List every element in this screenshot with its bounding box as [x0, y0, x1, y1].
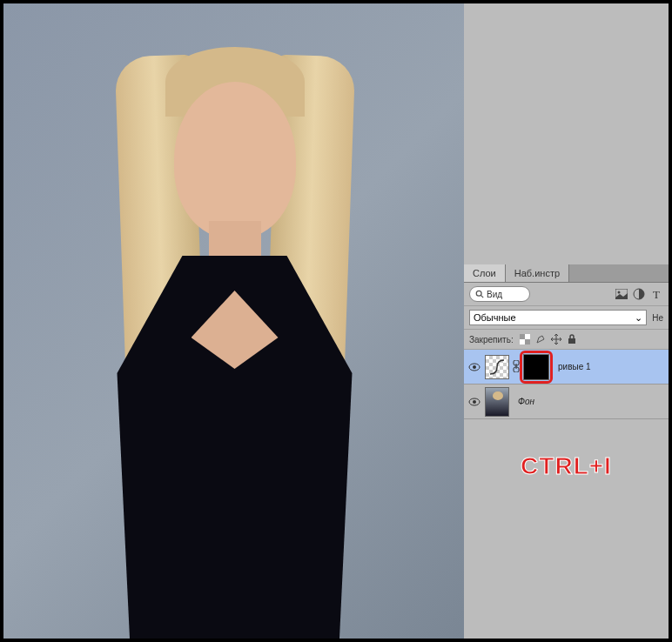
canvas-area[interactable] [3, 3, 466, 639]
layer-filter-row: Вид T [464, 283, 669, 306]
layer-name[interactable]: ривые 1 [558, 362, 591, 371]
filter-adjustment-icon[interactable] [632, 287, 646, 301]
svg-rect-6 [520, 334, 525, 339]
svg-rect-12 [568, 338, 575, 344]
layers-list: ривые 1 Фон [464, 350, 669, 419]
search-icon [475, 290, 484, 298]
visibility-toggle[interactable] [467, 360, 481, 374]
highlight-annotation [520, 351, 553, 384]
opacity-label: Не [652, 313, 663, 323]
lock-pixels-icon[interactable] [534, 333, 547, 345]
svg-point-0 [476, 291, 481, 296]
svg-point-14 [473, 365, 476, 369]
svg-point-19 [473, 400, 476, 404]
adjustment-thumbnail[interactable] [485, 355, 509, 379]
mask-thumbnail-wrapper [523, 354, 549, 380]
svg-rect-7 [525, 339, 530, 344]
panel-tabs: Слои Наб.инстр [464, 264, 669, 283]
svg-rect-8 [525, 334, 530, 339]
layer-filter-dropdown[interactable]: Вид [469, 286, 530, 302]
lock-icons [519, 333, 578, 345]
blend-mode-value: Обычные [474, 312, 516, 323]
link-icon[interactable] [513, 360, 520, 374]
lock-all-icon[interactable] [566, 333, 578, 345]
lock-position-icon[interactable] [550, 333, 562, 345]
filter-text-icon[interactable]: T [649, 287, 663, 301]
blend-mode-row: Обычные ⌄ Не [464, 306, 669, 330]
svg-rect-9 [520, 339, 525, 344]
filter-label: Вид [487, 290, 502, 299]
lock-transparency-icon[interactable] [519, 333, 531, 345]
visibility-toggle[interactable] [467, 395, 481, 409]
filter-image-icon[interactable] [615, 287, 628, 301]
svg-text:T: T [653, 289, 660, 299]
panel-area: Слои Наб.инстр Вид T [464, 3, 669, 639]
layer-row-background[interactable]: Фон [464, 385, 669, 419]
photo-content [61, 3, 409, 639]
layers-panel: Слои Наб.инстр Вид T [464, 264, 669, 419]
lock-label: Закрепить: [469, 335, 514, 344]
svg-line-1 [481, 296, 484, 298]
layer-row-curves[interactable]: ривые 1 [464, 350, 669, 385]
face-shape [174, 82, 296, 238]
app-frame: Слои Наб.инстр Вид T [3, 3, 669, 639]
tab-tool-presets[interactable]: Наб.инстр [506, 264, 569, 282]
lock-row: Закрепить: [464, 330, 669, 350]
layer-name[interactable]: Фон [518, 397, 534, 406]
blend-mode-dropdown[interactable]: Обычные ⌄ [469, 310, 647, 325]
dropdown-arrow-icon: ⌄ [635, 312, 642, 324]
tab-layers[interactable]: Слои [464, 264, 506, 282]
svg-point-3 [618, 291, 621, 294]
layer-thumbnail[interactable] [485, 387, 509, 417]
shortcut-annotation: CTRL+I [464, 452, 669, 480]
